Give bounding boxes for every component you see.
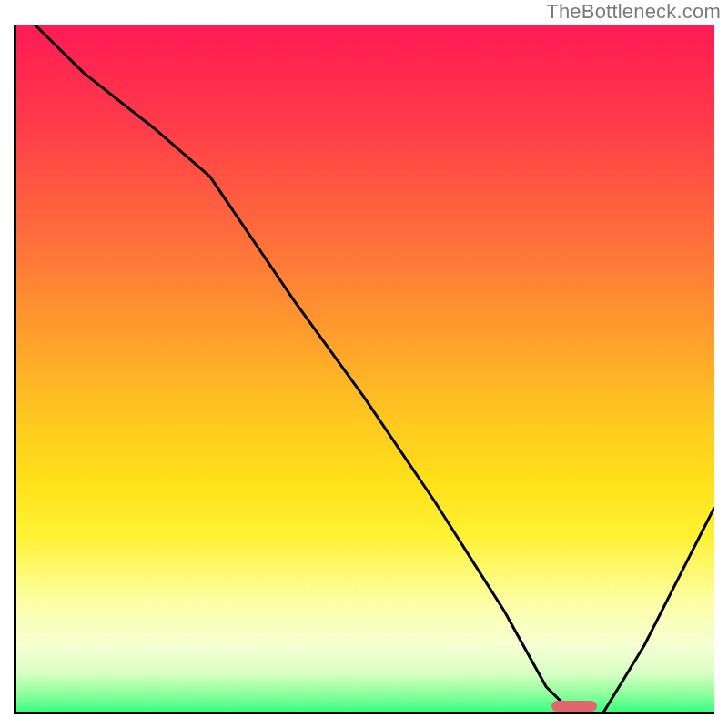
plot-area (14, 25, 714, 714)
bottleneck-curve (14, 25, 714, 714)
watermark-label: TheBottleneck.com (546, 0, 721, 24)
chart-container: TheBottleneck.com (0, 0, 728, 728)
optimal-marker (551, 701, 597, 712)
